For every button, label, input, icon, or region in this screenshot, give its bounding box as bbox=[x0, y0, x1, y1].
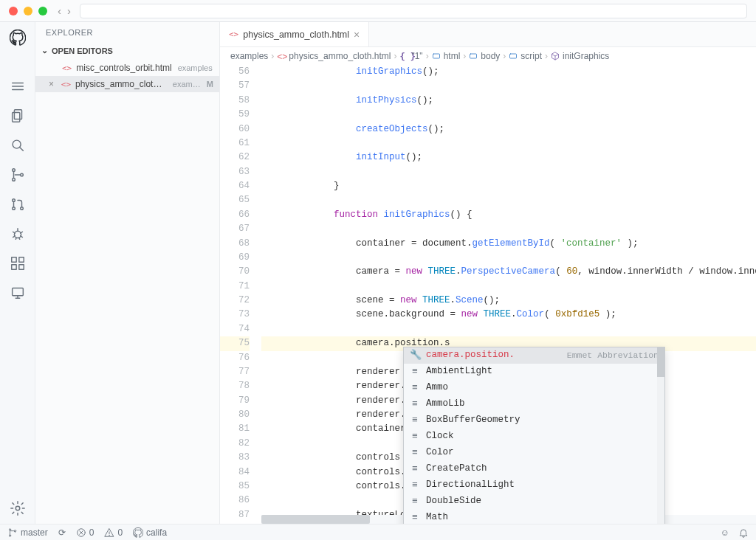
files-icon[interactable] bbox=[10, 108, 26, 124]
github-user-status[interactable]: califa bbox=[133, 527, 167, 538]
suggest-popup[interactable]: 🔧camera.position.Emmet Abbreviation≡Ambi… bbox=[403, 347, 665, 524]
suggest-item[interactable]: ≡Ammo bbox=[404, 380, 664, 396]
activity-bar bbox=[0, 22, 35, 524]
text-icon: ≡ bbox=[410, 462, 420, 477]
breadcrumb-segment[interactable]: examples bbox=[230, 51, 268, 61]
text-icon: ≡ bbox=[410, 381, 420, 395]
open-editors-header[interactable]: ⌄ OPEN EDITORS bbox=[35, 43, 219, 58]
sidebar: EXPLORER ⌄ OPEN EDITORS × <> misc_contro… bbox=[35, 22, 220, 524]
html-file-icon: <> bbox=[61, 80, 71, 89]
html-file-icon: <> bbox=[62, 63, 72, 73]
svg-rect-21 bbox=[470, 54, 477, 58]
github-username: califa bbox=[146, 527, 167, 538]
git-branch-status[interactable]: master bbox=[7, 527, 48, 538]
open-editors-list: × <> misc_controls_orbit.html examples ×… bbox=[35, 58, 219, 97]
sidebar-title: EXPLORER bbox=[35, 22, 219, 43]
suggest-item[interactable]: ≡Color bbox=[404, 445, 664, 461]
suggest-hint: Emmet Abbreviation bbox=[567, 349, 659, 362]
address-bar[interactable] bbox=[80, 4, 747, 18]
svg-rect-4 bbox=[12, 112, 19, 122]
file-name: physics_ammo_cloth.html bbox=[75, 79, 167, 89]
errors-status[interactable]: 0 bbox=[76, 527, 94, 538]
sync-status[interactable]: ⟳ bbox=[58, 527, 66, 538]
breadcrumb-segment[interactable]: { }"1" bbox=[399, 51, 422, 61]
file-name: misc_controls_orbit.html bbox=[76, 63, 171, 73]
svg-rect-15 bbox=[11, 265, 16, 269]
breadcrumbs[interactable]: examples›<>physics_ammo_cloth.html›{ }"1… bbox=[220, 47, 756, 65]
suggest-label: AmbientLight bbox=[426, 364, 492, 378]
suggest-label: AmmoLib bbox=[426, 397, 465, 411]
code-editor[interactable]: 5657585960616263646566676869707172737475… bbox=[220, 65, 756, 524]
open-editor-item[interactable]: × <> misc_controls_orbit.html examples bbox=[35, 60, 219, 76]
suggest-item[interactable]: ≡CreatePatch bbox=[404, 461, 664, 477]
suggest-scrollbar[interactable] bbox=[657, 347, 664, 524]
pull-request-icon[interactable] bbox=[10, 196, 26, 212]
svg-rect-20 bbox=[433, 54, 439, 58]
suggest-item[interactable]: ≡AmbientLight bbox=[404, 364, 664, 380]
file-path: examples bbox=[178, 63, 213, 72]
tab-label: physics_ammo_cloth.html bbox=[243, 30, 349, 40]
breadcrumb-segment[interactable]: body bbox=[469, 51, 500, 61]
github-logo-icon[interactable] bbox=[10, 30, 26, 46]
extensions-icon[interactable] bbox=[10, 255, 26, 271]
svg-point-30 bbox=[109, 535, 110, 536]
text-icon: ≡ bbox=[410, 364, 420, 379]
suggest-item[interactable]: ≡Math bbox=[404, 510, 664, 524]
breadcrumb-segment[interactable]: <>physics_ammo_cloth.html bbox=[277, 51, 391, 61]
scrollbar-thumb[interactable] bbox=[261, 515, 370, 524]
nav-forward-icon[interactable]: › bbox=[67, 5, 71, 16]
source-control-icon[interactable] bbox=[10, 167, 26, 183]
nav-back-icon[interactable]: ‹ bbox=[58, 5, 61, 16]
text-icon: ≡ bbox=[410, 446, 420, 460]
open-editor-item[interactable]: × <> physics_ammo_cloth.html exampl... M bbox=[35, 76, 219, 92]
suggest-item[interactable]: ≡DirectionalLight bbox=[404, 477, 664, 494]
editor-group: <> physics_ammo_cloth.html × examples›<>… bbox=[220, 22, 756, 524]
close-window-icon[interactable] bbox=[9, 7, 18, 15]
svg-rect-18 bbox=[12, 288, 23, 296]
modified-badge: M bbox=[207, 80, 213, 89]
menu-icon[interactable] bbox=[10, 78, 26, 94]
suggest-label: DirectionalLight bbox=[426, 478, 515, 492]
text-icon: ≡ bbox=[410, 397, 420, 412]
error-count: 0 bbox=[89, 527, 94, 538]
breadcrumb-segment[interactable]: script bbox=[509, 51, 542, 61]
remote-icon[interactable] bbox=[10, 285, 26, 301]
editor-tabs: <> physics_ammo_cloth.html × bbox=[220, 22, 756, 47]
text-icon: ≡ bbox=[410, 413, 420, 428]
editor-tab[interactable]: <> physics_ammo_cloth.html × bbox=[220, 22, 369, 46]
suggest-item[interactable]: ≡AmmoLib bbox=[404, 396, 664, 412]
debug-icon[interactable] bbox=[10, 226, 26, 242]
feedback-icon[interactable]: ☺ bbox=[721, 527, 729, 538]
suggest-item[interactable]: ≡BoxBufferGeometry bbox=[404, 412, 664, 429]
sync-icon: ⟳ bbox=[58, 527, 66, 538]
window-controls bbox=[9, 7, 47, 15]
titlebar: ‹ › bbox=[0, 0, 756, 22]
suggest-item[interactable]: 🔧camera.position.Emmet Abbreviation bbox=[404, 347, 664, 364]
close-icon[interactable]: × bbox=[49, 79, 57, 89]
svg-rect-14 bbox=[11, 257, 16, 262]
file-path: exampl... bbox=[173, 80, 202, 89]
text-icon: ≡ bbox=[410, 478, 420, 493]
html-file-icon: <> bbox=[229, 30, 238, 39]
breadcrumb-segment[interactable]: html bbox=[432, 51, 461, 61]
minimize-window-icon[interactable] bbox=[24, 7, 32, 15]
svg-point-19 bbox=[16, 506, 20, 510]
text-icon: ≡ bbox=[410, 494, 420, 509]
warnings-status[interactable]: 0 bbox=[104, 527, 123, 538]
svg-point-13 bbox=[14, 231, 21, 238]
suggest-item[interactable]: ≡Clock bbox=[404, 429, 664, 445]
maximize-window-icon[interactable] bbox=[38, 7, 47, 15]
breadcrumb-segment[interactable]: initGraphics bbox=[551, 51, 609, 61]
status-bar: master ⟳ 0 0 califa ☺ bbox=[0, 524, 756, 540]
suggest-label: Clock bbox=[426, 429, 454, 443]
wrench-icon: 🔧 bbox=[410, 348, 420, 363]
text-icon: ≡ bbox=[410, 429, 420, 444]
warning-count: 0 bbox=[117, 527, 123, 538]
search-icon[interactable] bbox=[10, 137, 26, 153]
notifications-icon[interactable] bbox=[738, 527, 749, 538]
settings-gear-icon[interactable] bbox=[10, 500, 26, 516]
open-editors-label: OPEN EDITORS bbox=[52, 46, 113, 55]
svg-rect-22 bbox=[510, 54, 517, 58]
suggest-item[interactable]: ≡DoubleSide bbox=[404, 494, 664, 510]
close-icon[interactable]: × bbox=[354, 30, 360, 40]
